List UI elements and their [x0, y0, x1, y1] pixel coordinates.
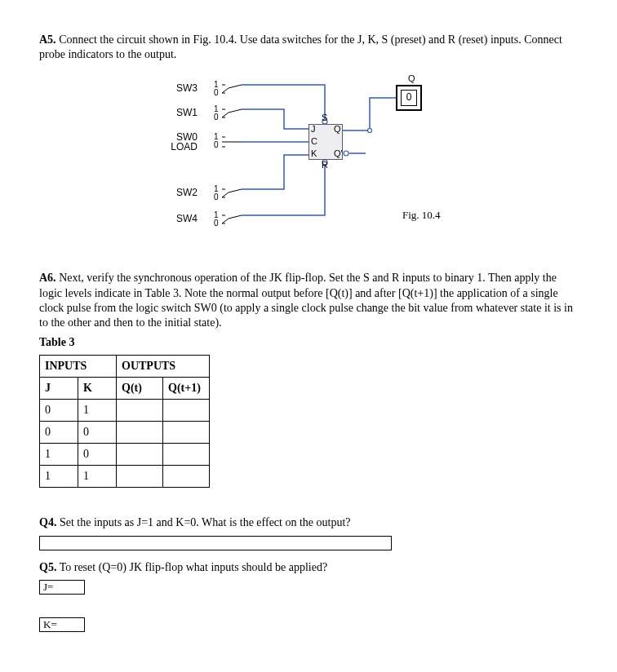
cell-qt: [117, 422, 163, 444]
table-row: 1 1: [40, 466, 210, 488]
cell-k: 0: [78, 444, 117, 466]
svg-line-12: [222, 192, 229, 197]
sw3-label: SW3: [168, 82, 198, 94]
a6-label: A6.: [39, 272, 56, 284]
probe-q-label: Q: [408, 73, 415, 83]
q5-j-label: J=: [43, 581, 53, 593]
circuit-wires: [39, 78, 578, 258]
cell-qt1: [163, 466, 210, 488]
circuit-diagram: SW3 SW1 SW0 LOAD SW2 SW4 10 10 10 10 10 …: [39, 78, 578, 258]
table-row: 1 0: [40, 444, 210, 466]
a5-paragraph: A5. Connect the circuit shown in Fig. 10…: [39, 33, 578, 62]
a5-label: A5.: [39, 33, 56, 46]
svg-line-13: [229, 189, 242, 192]
sw4-label: SW4: [168, 213, 198, 224]
q4-paragraph: Q4. Set the inputs as J=1 and K=0. What …: [39, 515, 578, 530]
q5-label: Q5.: [39, 561, 56, 573]
cell-j: 0: [40, 400, 78, 422]
svg-point-23: [344, 151, 348, 156]
cell-qt: [117, 466, 163, 488]
pin-q-label: Q: [334, 124, 341, 134]
pin-s-label: S: [322, 113, 327, 122]
pin-j-label: J: [311, 124, 316, 134]
table3: INPUTS OUTPUTS J K Q(t) Q(t+1) 0 1 0 0 1…: [39, 355, 210, 488]
svg-line-4: [222, 113, 229, 117]
q5-text: To reset (Q=0) JK flip-flop what inputs …: [60, 561, 327, 573]
sw0-label-2: LOAD: [171, 141, 198, 153]
svg-line-1: [229, 85, 242, 88]
figure-label: Fig. 10.4: [402, 209, 441, 222]
q5-j-input[interactable]: J=: [39, 580, 85, 595]
sw1-label: SW1: [168, 107, 198, 118]
cell-k: 1: [78, 466, 117, 488]
cell-j: 1: [40, 466, 78, 488]
pin-c-label: C: [311, 136, 317, 146]
sw2-label: SW2: [168, 187, 198, 198]
cell-qt: [117, 400, 163, 422]
pin-k-label: K: [311, 148, 317, 158]
svg-line-17: [229, 215, 242, 219]
sw2-tick0: 0: [214, 192, 219, 201]
cell-qt1: [163, 444, 210, 466]
a6-text: Next, verify the synchronous operation o…: [39, 272, 573, 329]
q5-k-label: K=: [43, 618, 57, 630]
table3-hdr-qt1: Q(t+1): [163, 378, 210, 400]
cell-k: 1: [78, 400, 117, 422]
sw4-tick0: 0: [214, 219, 219, 228]
cell-qt1: [163, 422, 210, 444]
table-row: 0 1: [40, 400, 210, 422]
pin-qbar-label: Q': [334, 148, 343, 158]
table3-hdr-k: K: [78, 378, 117, 400]
table3-title: Table 3: [39, 335, 578, 350]
table3-hdr-outputs: OUTPUTS: [117, 356, 210, 378]
table3-hdr-inputs: INPUTS: [40, 356, 117, 378]
sw1-tick0: 0: [214, 113, 219, 122]
cell-k: 0: [78, 422, 117, 444]
q5-k-input[interactable]: K=: [39, 617, 85, 632]
sw0-tick0: 0: [214, 140, 219, 149]
svg-point-24: [368, 129, 372, 133]
a5-text: Connect the circuit shown in Fig. 10.4. …: [39, 33, 562, 60]
cell-j: 0: [40, 422, 78, 444]
svg-line-16: [222, 219, 229, 223]
svg-line-0: [222, 88, 229, 93]
q5-paragraph: Q5. To reset (Q=0) JK flip-flop what inp…: [39, 560, 578, 575]
q4-answer-input[interactable]: [39, 536, 392, 550]
table-row: 0 0: [40, 422, 210, 444]
probe-value: 0: [401, 90, 417, 106]
cell-qt1: [163, 400, 210, 422]
cell-qt: [117, 444, 163, 466]
svg-line-5: [229, 109, 242, 113]
table3-hdr-qt: Q(t): [117, 378, 163, 400]
a6-paragraph: A6. Next, verify the synchronous operati…: [39, 271, 578, 330]
pin-r-label: R: [322, 160, 328, 170]
cell-j: 1: [40, 444, 78, 466]
sw3-tick0: 0: [214, 88, 219, 97]
q4-text: Set the inputs as J=1 and K=0. What is t…: [60, 516, 351, 528]
table3-hdr-j: J: [40, 378, 78, 400]
q4-label: Q4.: [39, 516, 56, 528]
